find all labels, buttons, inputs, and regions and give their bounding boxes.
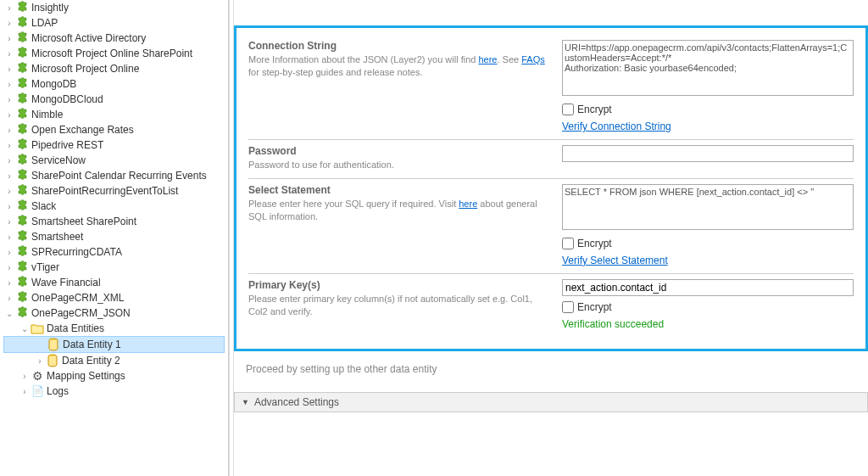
chevron-right-icon[interactable]: › — [3, 95, 15, 104]
tree-connector-item[interactable]: ›SharePointRecurringEventToList — [3, 183, 225, 199]
tree-connector-item[interactable]: ›Open Exchange Rates — [3, 122, 225, 137]
tree-connector-item[interactable]: ›Microsoft Active Directory — [3, 31, 225, 46]
here-link[interactable]: here — [459, 199, 477, 209]
chevron-right-icon[interactable]: › — [3, 110, 15, 120]
chevron-right-icon[interactable]: › — [34, 356, 46, 366]
primary-key-input[interactable] — [562, 279, 854, 296]
puzzle-icon — [15, 291, 29, 305]
chevron-right-icon[interactable]: › — [3, 126, 15, 135]
connection-string-row: Connection String More Information about… — [248, 35, 854, 140]
select-statement-row: Select Statement Please enter here your … — [248, 179, 854, 274]
select-statement-input[interactable]: SELECT * FROM json WHERE [next_action.co… — [562, 184, 854, 230]
puzzle-icon — [15, 138, 29, 152]
tree-label: Pipedrive REST — [31, 139, 103, 151]
chevron-right-icon[interactable]: › — [19, 387, 31, 396]
puzzle-icon — [15, 108, 29, 121]
puzzle-icon — [15, 77, 29, 91]
tree-data-entities[interactable]: ⌄ Data Entities — [3, 321, 225, 336]
puzzle-icon — [15, 230, 29, 244]
chevron-right-icon[interactable]: › — [3, 217, 15, 227]
chevron-right-icon[interactable]: › — [3, 278, 15, 288]
verify-connection-link[interactable]: Verify Connection String — [562, 120, 671, 132]
password-row: Password Password to use for authenticat… — [248, 140, 854, 179]
chevron-right-icon[interactable]: › — [19, 372, 31, 381]
chevron-right-icon[interactable]: › — [3, 294, 15, 303]
tree-connector-item[interactable]: ›LDAP — [3, 15, 225, 31]
tree-connector-item[interactable]: ›vTiger — [3, 260, 225, 275]
tree-entity-2[interactable]: › Data Entity 2 — [3, 353, 225, 368]
encrypt-label: Encrypt — [577, 238, 612, 249]
tree-logs[interactable]: › 📄 Logs — [3, 384, 225, 399]
here-link[interactable]: here — [478, 54, 497, 64]
encrypt-checkbox[interactable] — [562, 238, 574, 249]
chevron-right-icon[interactable]: › — [3, 248, 15, 257]
verify-select-link[interactable]: Verify Select Statement — [562, 255, 668, 266]
tree-label: SharePointRecurringEventToList — [31, 185, 178, 197]
chevron-right-icon[interactable]: › — [3, 232, 15, 242]
tree-mapping-settings[interactable]: › ⚙ Mapping Settings — [3, 368, 225, 384]
connection-string-input[interactable]: URI=https://app.onepagecrm.com/api/v3/co… — [562, 40, 854, 96]
encrypt-checkbox[interactable] — [562, 301, 574, 313]
chevron-right-icon[interactable]: › — [3, 263, 15, 272]
chevron-down-icon[interactable]: ⌄ — [19, 324, 31, 333]
tree-connector-item[interactable]: ›MongoDBCloud — [3, 92, 225, 107]
advanced-settings-toggle[interactable]: ▼ Advanced Settings — [234, 392, 868, 412]
tree-connector-item[interactable]: ›Pipedrive REST — [3, 137, 225, 153]
password-input[interactable] — [562, 145, 854, 162]
field-description: Please enter here your SQL query if requ… — [248, 198, 552, 223]
chevron-right-icon[interactable]: › — [3, 19, 15, 28]
chevron-right-icon[interactable]: › — [3, 202, 15, 211]
field-title: Password — [248, 145, 552, 157]
gear-icon: ⚙ — [31, 369, 44, 383]
chevron-right-icon[interactable]: › — [3, 156, 15, 165]
tree-connector-item[interactable]: ›Insightly — [3, 0, 225, 15]
chevron-right-icon[interactable]: › — [3, 171, 15, 181]
tree-connector-item[interactable]: ›MongoDB — [3, 76, 225, 92]
chevron-right-icon[interactable]: › — [3, 49, 15, 59]
tree-connector-item[interactable]: ›Nimble — [3, 107, 225, 122]
tree-connector-item[interactable]: ›Smartsheet — [3, 229, 225, 244]
chevron-right-icon[interactable]: › — [3, 64, 15, 74]
chevron-right-icon[interactable]: › — [3, 34, 15, 43]
puzzle-icon — [15, 245, 29, 259]
encrypt-checkbox[interactable] — [562, 104, 574, 115]
field-description: Please enter primary key column(s) if no… — [248, 293, 552, 318]
tree-connector-item[interactable]: ›OnePageCRM_XML — [3, 290, 225, 305]
puzzle-icon — [15, 123, 29, 137]
puzzle-icon — [15, 260, 29, 274]
tree-label: Microsoft Project Online — [31, 63, 139, 75]
tree-entity-1[interactable]: Data Entity 1 — [3, 336, 225, 353]
puzzle-icon — [15, 1, 29, 14]
tree-connector-item[interactable]: ›SPRecurringCDATA — [3, 244, 225, 260]
tree-connector-item[interactable]: ›Smartsheet SharePoint — [3, 214, 225, 229]
tree-panel: ›Insightly›LDAP›Microsoft Active Directo… — [0, 0, 229, 476]
field-title: Select Statement — [248, 184, 552, 196]
tree-label: OnePageCRM_JSON — [31, 307, 131, 319]
chevron-right-icon[interactable]: › — [3, 141, 15, 150]
tree-connector-item[interactable]: ›Microsoft Project Online SharePoint — [3, 46, 225, 61]
puzzle-icon — [15, 47, 29, 60]
tree-label: SharePoint Calendar Recurring Events — [31, 170, 207, 182]
tree-connector-item[interactable]: ›SharePoint Calendar Recurring Events — [3, 168, 225, 183]
faqs-link[interactable]: FAQs — [521, 54, 545, 64]
tree-connector-item[interactable]: ›Slack — [3, 199, 225, 214]
proceed-text: Proceed by setting up the other data ent… — [246, 363, 868, 375]
tree-label: LDAP — [31, 17, 58, 29]
folder-icon — [31, 322, 44, 335]
tree-connector-item[interactable]: ⌄OnePageCRM_JSON — [3, 305, 225, 321]
puzzle-icon — [15, 276, 29, 289]
encrypt-label: Encrypt — [577, 301, 612, 313]
tree-connector-item[interactable]: ›Wave Financial — [3, 275, 225, 290]
verification-success: Verification succeeded — [562, 318, 854, 330]
tree-label: Microsoft Active Directory — [31, 32, 146, 44]
database-icon — [47, 338, 60, 351]
chevron-right-icon[interactable]: › — [3, 187, 15, 196]
tree-connector-item[interactable]: ›Microsoft Project Online — [3, 61, 225, 76]
tree-label: Wave Financial — [31, 277, 101, 288]
puzzle-icon — [15, 184, 29, 198]
tree-label: Data Entities — [47, 322, 104, 334]
tree-connector-item[interactable]: ›ServiceNow — [3, 153, 225, 168]
chevron-right-icon[interactable]: › — [3, 3, 15, 13]
chevron-down-icon[interactable]: ⌄ — [3, 309, 15, 318]
chevron-right-icon[interactable]: › — [3, 80, 15, 89]
